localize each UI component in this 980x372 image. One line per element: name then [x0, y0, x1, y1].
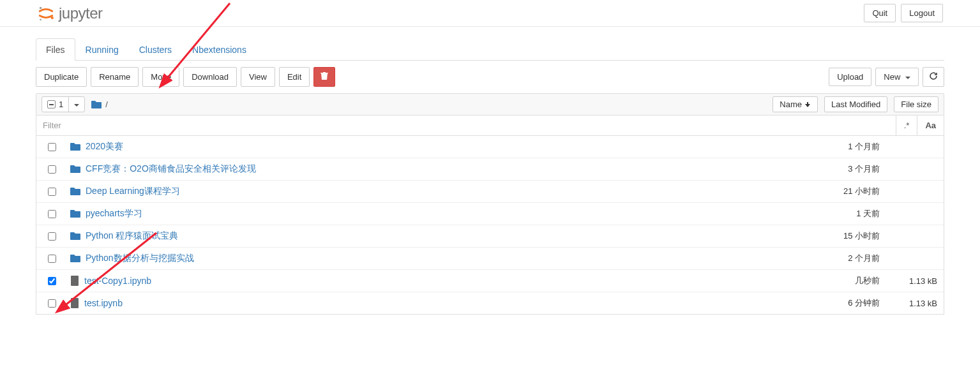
breadcrumb-root: /: [105, 100, 108, 109]
file-checkbox[interactable]: [48, 210, 56, 218]
file-modified: 3 个月前: [810, 163, 880, 175]
file-size: 1.13 kB: [880, 299, 937, 308]
delete-button[interactable]: [313, 67, 335, 87]
tab-nbextensions[interactable]: Nbextensions: [182, 38, 257, 61]
file-name-link[interactable]: 2020美赛: [86, 141, 123, 153]
folder-icon: [91, 100, 102, 109]
sort-modified-button[interactable]: Last Modified: [824, 96, 887, 112]
select-all-group[interactable]: 1: [41, 96, 85, 112]
file-row: Python 程序猿面试宝典15 小时前: [36, 225, 944, 248]
file-checkbox[interactable]: [48, 299, 56, 308]
filter-input[interactable]: [36, 115, 896, 135]
file-size: 1.13 kB: [880, 276, 937, 286]
select-dropdown[interactable]: [68, 97, 84, 112]
file-name-link[interactable]: CFF竞赛：O2O商铺食品安全相关评论发现: [86, 163, 256, 175]
upload-button[interactable]: Upload: [829, 68, 871, 86]
breadcrumb[interactable]: /: [91, 100, 108, 109]
file-row: test.ipynb6 分钟前1.13 kB: [36, 292, 944, 314]
edit-button[interactable]: Edit: [279, 67, 310, 87]
file-list: 2020美赛1 个月前CFF竞赛：O2O商铺食品安全相关评论发现3 个月前Dee…: [36, 136, 944, 315]
folder-icon: [70, 187, 80, 196]
file-name-link[interactable]: Deep Learning课程学习: [86, 186, 180, 197]
trash-icon: [320, 71, 328, 80]
new-button-label: New: [884, 72, 900, 82]
download-button[interactable]: Download: [183, 67, 237, 87]
header: jupyter Quit Logout: [0, 0, 980, 27]
sort-name-label: Name: [780, 100, 802, 109]
duplicate-button[interactable]: Duplicate: [36, 67, 87, 87]
toolbar: Duplicate Rename Move Download View Edit…: [36, 67, 944, 87]
folder-icon: [70, 254, 80, 263]
file-modified: 15 小时前: [810, 230, 880, 242]
tab-running[interactable]: Running: [75, 38, 129, 61]
folder-icon: [70, 142, 80, 151]
file-name-link[interactable]: test.ipynb: [84, 298, 123, 308]
new-button[interactable]: New: [875, 68, 919, 86]
file-checkbox[interactable]: [48, 277, 56, 285]
tab-clusters[interactable]: Clusters: [129, 38, 182, 61]
file-modified: 几秒前: [810, 275, 880, 286]
file-checkbox[interactable]: [48, 143, 56, 151]
file-modified: 1 个月前: [810, 141, 880, 153]
list-header: 1 / Name Last Modified File size: [36, 93, 944, 115]
folder-icon: [70, 165, 80, 174]
file-row: 2020美赛1 个月前: [36, 136, 944, 158]
logo[interactable]: jupyter: [10, 4, 103, 22]
file-modified: 21 小时前: [810, 186, 880, 197]
move-button[interactable]: Move: [142, 67, 179, 87]
arrow-down-icon: [804, 101, 811, 108]
caret-down-icon: [74, 104, 79, 107]
svg-point-4: [40, 19, 41, 20]
notebook-icon: [70, 298, 79, 308]
file-modified: 6 分钟前: [810, 297, 880, 309]
file-checkbox[interactable]: [48, 232, 56, 241]
filter-row: .* Aa: [36, 115, 944, 136]
select-count: 1: [59, 100, 63, 109]
folder-icon: [70, 232, 80, 241]
file-name-link[interactable]: pyecharts学习: [86, 208, 142, 219]
logout-button[interactable]: Logout: [901, 4, 943, 22]
caret-down-icon: [905, 77, 910, 79]
folder-icon: [70, 209, 80, 218]
sort-size-button[interactable]: File size: [894, 96, 939, 112]
refresh-icon: [929, 71, 938, 80]
filter-case-button[interactable]: Aa: [917, 115, 944, 135]
file-checkbox[interactable]: [48, 255, 56, 263]
tab-files[interactable]: Files: [36, 38, 75, 61]
select-all-checkbox-icon[interactable]: [47, 100, 56, 108]
refresh-button[interactable]: [923, 67, 944, 87]
file-modified: 1 天前: [810, 208, 880, 219]
rename-button[interactable]: Rename: [91, 67, 139, 87]
file-row: CFF竞赛：O2O商铺食品安全相关评论发现3 个月前: [36, 158, 944, 181]
quit-button[interactable]: Quit: [864, 4, 896, 22]
file-modified: 2 个月前: [810, 253, 880, 264]
main: FilesRunningClustersNbextensions Duplica…: [0, 38, 980, 315]
file-row: pyecharts学习1 天前: [36, 203, 944, 225]
logo-text: jupyter: [59, 4, 103, 22]
file-name-link[interactable]: Python数据分析与挖掘实战: [86, 253, 194, 264]
file-name-link[interactable]: test-Copy1.ipynb: [84, 276, 151, 286]
sort-name-button[interactable]: Name: [773, 96, 818, 112]
view-button[interactable]: View: [241, 67, 275, 87]
filter-regex-button[interactable]: .*: [896, 115, 917, 135]
file-name-link[interactable]: Python 程序猿面试宝典: [86, 230, 178, 242]
jupyter-logo-icon: [37, 4, 55, 22]
file-row: Python数据分析与挖掘实战2 个月前: [36, 248, 944, 270]
tabs: FilesRunningClustersNbextensions: [36, 38, 944, 61]
svg-point-2: [40, 6, 42, 9]
file-checkbox[interactable]: [48, 188, 56, 196]
notebook-icon: [70, 276, 79, 286]
file-checkbox[interactable]: [48, 165, 56, 174]
file-row: Deep Learning课程学习21 小时前: [36, 181, 944, 203]
file-row: test-Copy1.ipynb几秒前1.13 kB: [36, 270, 944, 292]
